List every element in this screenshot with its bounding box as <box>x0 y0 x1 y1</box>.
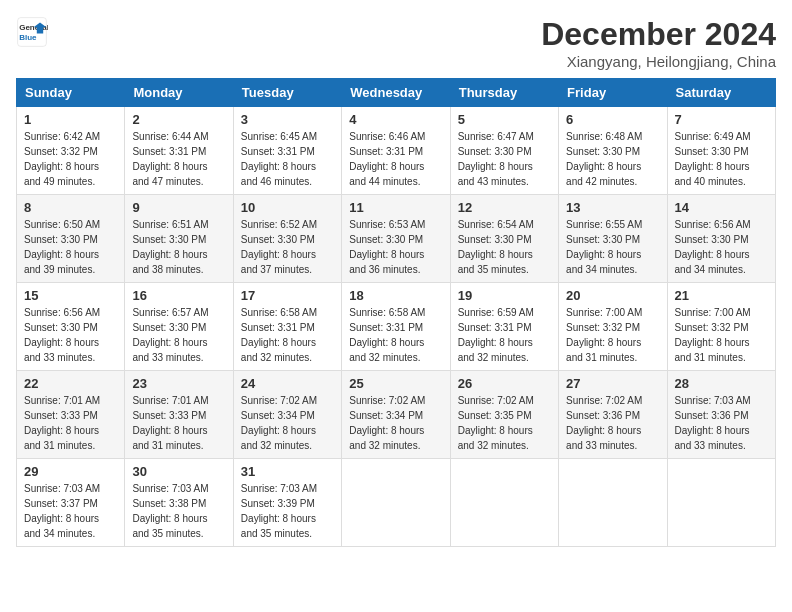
day-cell: 21Sunrise: 7:00 AMSunset: 3:32 PMDayligh… <box>667 283 775 371</box>
day-number: 9 <box>132 200 225 215</box>
day-info: Sunrise: 6:56 AMSunset: 3:30 PMDaylight:… <box>24 305 117 365</box>
day-info: Sunrise: 7:01 AMSunset: 3:33 PMDaylight:… <box>132 393 225 453</box>
week-row-1: 1Sunrise: 6:42 AMSunset: 3:32 PMDaylight… <box>17 107 776 195</box>
day-number: 4 <box>349 112 442 127</box>
day-info: Sunrise: 6:46 AMSunset: 3:31 PMDaylight:… <box>349 129 442 189</box>
day-number: 8 <box>24 200 117 215</box>
day-cell: 12Sunrise: 6:54 AMSunset: 3:30 PMDayligh… <box>450 195 558 283</box>
day-cell: 1Sunrise: 6:42 AMSunset: 3:32 PMDaylight… <box>17 107 125 195</box>
day-cell: 17Sunrise: 6:58 AMSunset: 3:31 PMDayligh… <box>233 283 341 371</box>
day-info: Sunrise: 7:02 AMSunset: 3:34 PMDaylight:… <box>349 393 442 453</box>
month-title: December 2024 <box>541 16 776 53</box>
day-cell: 2Sunrise: 6:44 AMSunset: 3:31 PMDaylight… <box>125 107 233 195</box>
day-cell: 6Sunrise: 6:48 AMSunset: 3:30 PMDaylight… <box>559 107 667 195</box>
day-cell: 4Sunrise: 6:46 AMSunset: 3:31 PMDaylight… <box>342 107 450 195</box>
calendar-table: SundayMondayTuesdayWednesdayThursdayFrid… <box>16 78 776 547</box>
day-info: Sunrise: 7:02 AMSunset: 3:36 PMDaylight:… <box>566 393 659 453</box>
logo-icon: General Blue <box>16 16 48 48</box>
weekday-wednesday: Wednesday <box>342 79 450 107</box>
day-info: Sunrise: 6:53 AMSunset: 3:30 PMDaylight:… <box>349 217 442 277</box>
day-info: Sunrise: 6:54 AMSunset: 3:30 PMDaylight:… <box>458 217 551 277</box>
day-info: Sunrise: 6:52 AMSunset: 3:30 PMDaylight:… <box>241 217 334 277</box>
weekday-header-row: SundayMondayTuesdayWednesdayThursdayFrid… <box>17 79 776 107</box>
day-number: 18 <box>349 288 442 303</box>
day-number: 29 <box>24 464 117 479</box>
day-info: Sunrise: 6:42 AMSunset: 3:32 PMDaylight:… <box>24 129 117 189</box>
day-cell: 7Sunrise: 6:49 AMSunset: 3:30 PMDaylight… <box>667 107 775 195</box>
week-row-2: 8Sunrise: 6:50 AMSunset: 3:30 PMDaylight… <box>17 195 776 283</box>
day-cell <box>667 459 775 547</box>
day-cell: 3Sunrise: 6:45 AMSunset: 3:31 PMDaylight… <box>233 107 341 195</box>
day-number: 12 <box>458 200 551 215</box>
svg-text:Blue: Blue <box>19 33 37 42</box>
day-info: Sunrise: 6:57 AMSunset: 3:30 PMDaylight:… <box>132 305 225 365</box>
day-info: Sunrise: 7:03 AMSunset: 3:36 PMDaylight:… <box>675 393 768 453</box>
day-info: Sunrise: 6:47 AMSunset: 3:30 PMDaylight:… <box>458 129 551 189</box>
day-number: 6 <box>566 112 659 127</box>
svg-text:General: General <box>19 23 48 32</box>
day-info: Sunrise: 6:58 AMSunset: 3:31 PMDaylight:… <box>241 305 334 365</box>
day-cell: 22Sunrise: 7:01 AMSunset: 3:33 PMDayligh… <box>17 371 125 459</box>
day-number: 13 <box>566 200 659 215</box>
day-number: 14 <box>675 200 768 215</box>
weekday-monday: Monday <box>125 79 233 107</box>
day-info: Sunrise: 6:51 AMSunset: 3:30 PMDaylight:… <box>132 217 225 277</box>
day-cell: 9Sunrise: 6:51 AMSunset: 3:30 PMDaylight… <box>125 195 233 283</box>
week-row-3: 15Sunrise: 6:56 AMSunset: 3:30 PMDayligh… <box>17 283 776 371</box>
day-info: Sunrise: 7:01 AMSunset: 3:33 PMDaylight:… <box>24 393 117 453</box>
page-container: General Blue December 2024 Xiangyang, He… <box>16 16 776 547</box>
day-number: 28 <box>675 376 768 391</box>
logo: General Blue <box>16 16 48 48</box>
day-cell <box>450 459 558 547</box>
day-info: Sunrise: 7:03 AMSunset: 3:39 PMDaylight:… <box>241 481 334 541</box>
day-number: 20 <box>566 288 659 303</box>
day-cell: 26Sunrise: 7:02 AMSunset: 3:35 PMDayligh… <box>450 371 558 459</box>
day-number: 24 <box>241 376 334 391</box>
day-cell: 27Sunrise: 7:02 AMSunset: 3:36 PMDayligh… <box>559 371 667 459</box>
day-cell: 10Sunrise: 6:52 AMSunset: 3:30 PMDayligh… <box>233 195 341 283</box>
day-cell: 13Sunrise: 6:55 AMSunset: 3:30 PMDayligh… <box>559 195 667 283</box>
day-info: Sunrise: 6:59 AMSunset: 3:31 PMDaylight:… <box>458 305 551 365</box>
day-info: Sunrise: 6:49 AMSunset: 3:30 PMDaylight:… <box>675 129 768 189</box>
day-number: 19 <box>458 288 551 303</box>
day-number: 11 <box>349 200 442 215</box>
weekday-saturday: Saturday <box>667 79 775 107</box>
day-cell <box>559 459 667 547</box>
weekday-thursday: Thursday <box>450 79 558 107</box>
day-number: 1 <box>24 112 117 127</box>
day-number: 17 <box>241 288 334 303</box>
day-info: Sunrise: 7:02 AMSunset: 3:35 PMDaylight:… <box>458 393 551 453</box>
day-info: Sunrise: 6:48 AMSunset: 3:30 PMDaylight:… <box>566 129 659 189</box>
day-number: 10 <box>241 200 334 215</box>
day-number: 5 <box>458 112 551 127</box>
day-number: 16 <box>132 288 225 303</box>
title-area: December 2024 Xiangyang, Heilongjiang, C… <box>541 16 776 70</box>
day-number: 27 <box>566 376 659 391</box>
weekday-tuesday: Tuesday <box>233 79 341 107</box>
day-number: 15 <box>24 288 117 303</box>
day-info: Sunrise: 7:00 AMSunset: 3:32 PMDaylight:… <box>675 305 768 365</box>
day-info: Sunrise: 6:44 AMSunset: 3:31 PMDaylight:… <box>132 129 225 189</box>
day-cell <box>342 459 450 547</box>
day-info: Sunrise: 7:03 AMSunset: 3:37 PMDaylight:… <box>24 481 117 541</box>
day-number: 21 <box>675 288 768 303</box>
day-cell: 19Sunrise: 6:59 AMSunset: 3:31 PMDayligh… <box>450 283 558 371</box>
week-row-5: 29Sunrise: 7:03 AMSunset: 3:37 PMDayligh… <box>17 459 776 547</box>
day-info: Sunrise: 6:50 AMSunset: 3:30 PMDaylight:… <box>24 217 117 277</box>
day-cell: 5Sunrise: 6:47 AMSunset: 3:30 PMDaylight… <box>450 107 558 195</box>
day-info: Sunrise: 7:03 AMSunset: 3:38 PMDaylight:… <box>132 481 225 541</box>
day-number: 23 <box>132 376 225 391</box>
day-cell: 25Sunrise: 7:02 AMSunset: 3:34 PMDayligh… <box>342 371 450 459</box>
day-number: 31 <box>241 464 334 479</box>
day-cell: 15Sunrise: 6:56 AMSunset: 3:30 PMDayligh… <box>17 283 125 371</box>
day-cell: 20Sunrise: 7:00 AMSunset: 3:32 PMDayligh… <box>559 283 667 371</box>
day-number: 7 <box>675 112 768 127</box>
day-cell: 8Sunrise: 6:50 AMSunset: 3:30 PMDaylight… <box>17 195 125 283</box>
day-info: Sunrise: 6:58 AMSunset: 3:31 PMDaylight:… <box>349 305 442 365</box>
day-info: Sunrise: 6:55 AMSunset: 3:30 PMDaylight:… <box>566 217 659 277</box>
weekday-sunday: Sunday <box>17 79 125 107</box>
day-cell: 14Sunrise: 6:56 AMSunset: 3:30 PMDayligh… <box>667 195 775 283</box>
week-row-4: 22Sunrise: 7:01 AMSunset: 3:33 PMDayligh… <box>17 371 776 459</box>
day-number: 25 <box>349 376 442 391</box>
day-cell: 24Sunrise: 7:02 AMSunset: 3:34 PMDayligh… <box>233 371 341 459</box>
